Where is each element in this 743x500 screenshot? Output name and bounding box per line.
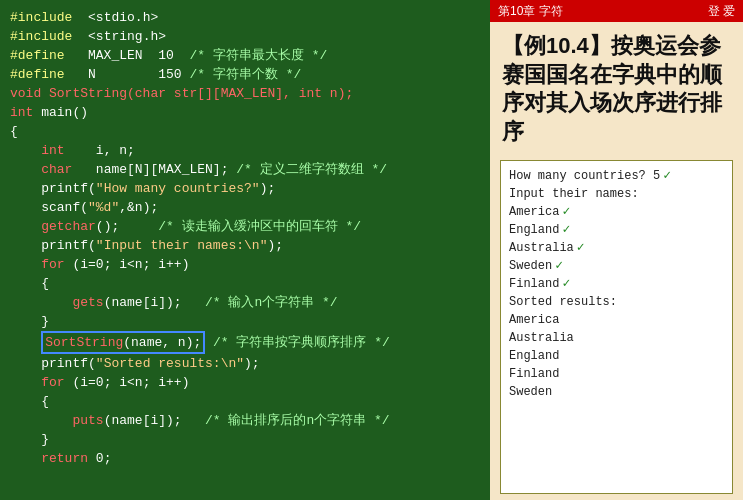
code-line-10: printf("How many countries?"); — [10, 179, 480, 198]
chapter-label: 第10章 字符 — [498, 3, 563, 20]
output-line-12: Finland — [509, 365, 724, 383]
code-line-24: return 0; — [10, 449, 480, 468]
code-line-5: void SortString(char str[][MAX_LEN], int… — [10, 84, 480, 103]
code-line-21: { — [10, 392, 480, 411]
output-line-7: Finland ✓ — [509, 275, 724, 293]
code-line-14: for (i=0; i<n; i++) — [10, 255, 480, 274]
right-panel: 第10章 字符 登 爱 【例10.4】按奥运会参赛国国名在字典中的顺序对其入场次… — [490, 0, 743, 500]
output-text: Input their names: — [509, 185, 639, 203]
output-line-8: Sorted results: — [509, 293, 724, 311]
section-title: 【例10.4】按奥运会参赛国国名在字典中的顺序对其入场次序进行排序 — [502, 32, 731, 146]
output-text: Australia — [509, 239, 574, 257]
output-line-13: Sweden — [509, 383, 724, 401]
code-line-22: puts(name[i]); /* 输出排序后的n个字符串 */ — [10, 411, 480, 430]
code-line-8: int i, n; — [10, 141, 480, 160]
title-section: 【例10.4】按奥运会参赛国国名在字典中的顺序对其入场次序进行排序 — [490, 22, 743, 154]
output-line-4: England ✓ — [509, 221, 724, 239]
output-line-3: America ✓ — [509, 203, 724, 221]
check-icon-3: ✓ — [562, 203, 570, 221]
code-panel: #include <stdio.h> #include <string.h> #… — [0, 0, 490, 500]
code-line-11: scanf("%d",&n); — [10, 198, 480, 217]
code-line-20: for (i=0; i<n; i++) — [10, 373, 480, 392]
brand-label: 登 爱 — [708, 3, 735, 20]
output-line-1: How many countries? 5 ✓ — [509, 167, 724, 185]
output-text: Australia — [509, 329, 574, 347]
check-icon-7: ✓ — [562, 275, 570, 293]
code-line-17: } — [10, 312, 480, 331]
output-text: England — [509, 221, 559, 239]
code-line-23: } — [10, 430, 480, 449]
code-line-15: { — [10, 274, 480, 293]
output-line-11: England — [509, 347, 724, 365]
output-text: America — [509, 203, 559, 221]
output-line-2: Input their names: — [509, 185, 724, 203]
code-line-2: #include <string.h> — [10, 27, 480, 46]
output-text: Sorted results: — [509, 293, 617, 311]
code-line-3: #define MAX_LEN 10 /* 字符串最大长度 */ — [10, 46, 480, 65]
code-line-9: char name[N][MAX_LEN]; /* 定义二维字符数组 */ — [10, 160, 480, 179]
output-line-10: Australia — [509, 329, 724, 347]
output-line-9: America — [509, 311, 724, 329]
output-text: England — [509, 347, 559, 365]
code-line-12: getchar(); /* 读走输入缓冲区中的回车符 */ — [10, 217, 480, 236]
code-line-4: #define N 150 /* 字符串个数 */ — [10, 65, 480, 84]
check-icon-5: ✓ — [577, 239, 585, 257]
check-icon-4: ✓ — [562, 221, 570, 239]
output-text: America — [509, 311, 559, 329]
output-box: How many countries? 5 ✓ Input their name… — [500, 160, 733, 494]
code-line-19: printf("Sorted results:\n"); — [10, 354, 480, 373]
output-line-5: Australia ✓ — [509, 239, 724, 257]
check-icon-6: ✓ — [555, 257, 563, 275]
code-line-13: printf("Input their names:\n"); — [10, 236, 480, 255]
output-text: Finland — [509, 365, 559, 383]
code-line-16: gets(name[i]); /* 输入n个字符串 */ — [10, 293, 480, 312]
output-text: Sweden — [509, 383, 552, 401]
code-line-6: int main() — [10, 103, 480, 122]
output-line-6: Sweden ✓ — [509, 257, 724, 275]
output-text: Sweden — [509, 257, 552, 275]
code-line-18: SortString(name, n); /* 字符串按字典顺序排序 */ — [10, 331, 480, 354]
chapter-header: 第10章 字符 登 爱 — [490, 0, 743, 22]
code-line-7: { — [10, 122, 480, 141]
check-icon-1: ✓ — [663, 167, 671, 185]
output-text: Finland — [509, 275, 559, 293]
code-line-1: #include <stdio.h> — [10, 8, 480, 27]
output-text: How many countries? 5 — [509, 167, 660, 185]
